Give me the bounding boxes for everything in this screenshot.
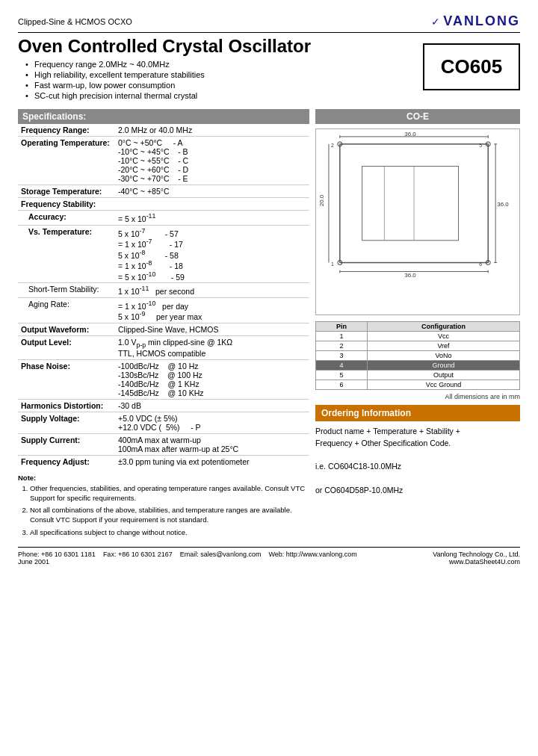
footer-datasheet: www.DataSheet4U.com (433, 558, 520, 566)
spec-label: Frequency Stability: (18, 198, 309, 211)
co-e-header: CO-E (315, 109, 520, 124)
table-row: Storage Temperature: -40°C ~ +85°C (18, 185, 309, 198)
logo-area: ✓ VANLONG (431, 13, 520, 29)
spec-value: ±3.0 ppm tuning via ext potentiometer (115, 455, 309, 468)
pin-number: 2 (316, 341, 368, 351)
footer-date: June 2001 (18, 558, 357, 566)
page: Clipped-Sine & HCMOS OCXO ✓ VANLONG Oven… (0, 0, 538, 756)
spec-value: 1 x 10-11 per second (115, 283, 309, 298)
spec-value: 1.0 Vp-p min clipped-sine @ 1KΩ TTL, HCM… (115, 335, 309, 359)
column-header: Configuration (368, 322, 520, 332)
notes-list: Other frequencies, stabilities, and oper… (18, 483, 309, 537)
spec-value: = 5 x 10-11 (115, 211, 309, 226)
logo-checkmark-icon: ✓ (431, 16, 440, 28)
table-row: Short-Term Stability: 1 x 10-11 per seco… (18, 283, 309, 298)
spec-value: 5 x 10-7 - 57 = 1 x 10-7 - 17 5 x 10-8 -… (115, 225, 309, 283)
pin-number: 3 (316, 351, 368, 361)
pin-config: Vcc (368, 332, 520, 341)
svg-rect-1 (362, 167, 459, 241)
footer-left: Phone: +86 10 6301 1181 Fax: +86 10 6301… (18, 551, 357, 566)
spec-label: Vs. Temperature: (18, 225, 115, 283)
table-row: 1 Vcc (316, 332, 520, 341)
spec-label: Frequency Range: (18, 124, 115, 137)
ordering-example2: or CO604D58P-10.0MHz (315, 486, 403, 495)
spec-value: 0°C ~ +50°C - A -10°C ~ +45°C - B -10°C … (115, 137, 309, 185)
table-row: 5 Output (316, 371, 520, 380)
table-row: Frequency Range: 2.0 MHz or 40.0 MHz (18, 124, 309, 137)
table-row: Frequency Stability: (18, 198, 309, 211)
specs-table: Frequency Range: 2.0 MHz or 40.0 MHz Ope… (18, 124, 309, 468)
footer-company: Vanlong Technology Co., Ltd. (433, 551, 520, 558)
list-item: Not all combinations of the above, stabi… (30, 505, 309, 525)
main-title: Oven Controlled Crystal Oscillator (18, 36, 311, 57)
spec-value: -40°C ~ +85°C (115, 185, 309, 198)
table-row: Vs. Temperature: 5 x 10-7 - 57 = 1 x 10-… (18, 225, 309, 283)
model-box: CO605 (423, 43, 520, 90)
pin-number: 6 (316, 380, 368, 390)
spec-label: Output Level: (18, 335, 115, 359)
ordering-header: Ordering Information (315, 405, 520, 421)
table-row: Aging Rate: = 1 x 10-10 per day 5 x 10-9… (18, 297, 309, 323)
table-row: Supply Voltage: +5.0 VDC (± 5%) +12.0 VD… (18, 412, 309, 433)
svg-text:36.0: 36.0 (497, 201, 509, 208)
specs-header: Specifications: (18, 109, 309, 124)
table-row: Supply Current: 400mA max at warm-up 100… (18, 433, 309, 455)
pin-number: 5 (316, 371, 368, 380)
column-header: Pin (316, 322, 368, 332)
table-row: 2 Vref (316, 341, 520, 351)
right-column: CO-E 36.0 (315, 109, 520, 539)
pin-number: 1 (316, 332, 368, 341)
spec-label: Phase Noise: (18, 359, 115, 399)
feature-list: Frequency range 2.0MHz ~ 40.0MHz High re… (18, 60, 311, 100)
table-row: Frequency Adjust: ±3.0 ppm tuning via ex… (18, 455, 309, 468)
svg-text:5: 5 (479, 143, 482, 148)
header: Clipped-Sine & HCMOS OCXO ✓ VANLONG (18, 13, 520, 33)
dimensions-note: All dimensions are in mm (315, 393, 520, 400)
spec-label: Output Waveform: (18, 323, 115, 335)
spec-value: -100dBc/Hz @ 10 Hz -130sBc/Hz @ 100 Hz -… (115, 359, 309, 399)
pin-config: Ground (368, 361, 520, 371)
spec-value: +5.0 VDC (± 5%) +12.0 VDC ( 5%) - P (115, 412, 309, 433)
spec-label: Supply Current: (18, 433, 115, 455)
spec-label: Operating Temperature: (18, 137, 115, 185)
svg-text:6: 6 (479, 261, 482, 267)
table-row: 3 VoNo (316, 351, 520, 361)
ordering-line1: Product name + Temperature + Stability + (315, 427, 460, 436)
header-subtitle: Clipped-Sine & HCMOS OCXO (18, 17, 132, 26)
pin-config: Output (368, 371, 520, 380)
title-section: Oven Controlled Crystal Oscillator Frequ… (18, 36, 520, 102)
title-left: Oven Controlled Crystal Oscillator Frequ… (18, 36, 311, 102)
spec-label: Short-Term Stability: (18, 283, 115, 298)
left-column: Specifications: Frequency Range: 2.0 MHz… (18, 109, 309, 539)
footer-phone: Phone: +86 10 6301 1181 (18, 551, 96, 558)
spec-value: = 1 x 10-10 per day 5 x 10-9 per year ma… (115, 297, 309, 323)
main-content: Specifications: Frequency Range: 2.0 MHz… (18, 109, 520, 539)
table-row: Accuracy: = 5 x 10-11 (18, 211, 309, 226)
footer: Phone: +86 10 6301 1181 Fax: +86 10 6301… (18, 547, 520, 566)
footer-contact: Phone: +86 10 6301 1181 Fax: +86 10 6301… (18, 551, 357, 558)
pin-number: 4 (316, 361, 368, 371)
list-item: Frequency range 2.0MHz ~ 40.0MHz (25, 60, 311, 69)
list-item: SC-cut high precision internal thermal c… (25, 91, 311, 100)
list-item: All specifications subject to change wit… (30, 527, 309, 537)
footer-fax: Fax: +86 10 6301 2167 (103, 551, 173, 558)
table-row: Operating Temperature: 0°C ~ +50°C - A -… (18, 137, 309, 185)
list-item: High reliability, excellent temperature … (25, 70, 311, 79)
notes-section: Note: Other frequencies, stabilities, an… (18, 474, 309, 537)
table-row: 6 Vcc Ground (316, 380, 520, 390)
list-item: Fast warm-up, low power consumption (25, 81, 311, 90)
ordering-line2: Frequency + Other Specification Code. (315, 439, 451, 447)
svg-text:36.0: 36.0 (404, 272, 416, 279)
footer-email: Email: sales@vanlong.com (180, 551, 262, 558)
spec-value: 400mA max at warm-up 100mA max after war… (115, 433, 309, 455)
list-item: Other frequencies, stabilities, and oper… (30, 483, 309, 504)
svg-text:36.0: 36.0 (404, 131, 416, 137)
spec-label: Storage Temperature: (18, 185, 115, 198)
pin-config: VoNo (368, 351, 520, 361)
notes-title: Note: (18, 474, 309, 482)
spec-label: Aging Rate: (18, 297, 115, 323)
svg-text:2: 2 (331, 143, 334, 148)
circuit-diagram: 36.0 36.0 36.0 1 (316, 129, 519, 315)
table-row: Output Waveform: Clipped-Sine Wave, HCMO… (18, 323, 309, 335)
spec-label: Harmonics Distortion: (18, 399, 115, 412)
